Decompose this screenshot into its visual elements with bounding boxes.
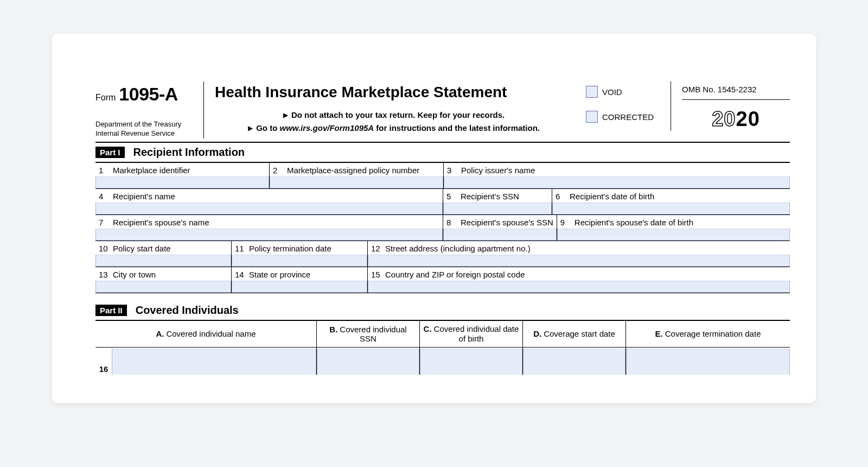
part1-badge: Part I bbox=[95, 147, 125, 158]
col-e: Coverage termination date bbox=[665, 329, 761, 338]
part1-title: Recipient Information bbox=[133, 146, 245, 159]
form-title: Health Insurance Marketplace Statement bbox=[215, 84, 573, 101]
row16-num: 16 bbox=[95, 348, 112, 375]
f4-value[interactable] bbox=[95, 203, 443, 214]
part2-columns: A.Covered individual name B.Covered indi… bbox=[95, 320, 790, 348]
f1-label: Marketplace identifier bbox=[113, 166, 190, 175]
part2-badge: Part II bbox=[95, 305, 127, 316]
f11-value[interactable] bbox=[232, 255, 367, 267]
col-d: Coverage start date bbox=[544, 329, 615, 338]
dept-line1: Department of the Treasury bbox=[95, 120, 198, 129]
f12-label: Street address (including apartment no.) bbox=[385, 244, 531, 253]
f14-value[interactable] bbox=[232, 281, 367, 293]
triangle-icon: ▶ bbox=[248, 124, 253, 132]
part2-title: Covered Individuals bbox=[136, 304, 239, 317]
omb-number: OMB No. 1545-2232 bbox=[682, 85, 790, 100]
f8-value[interactable] bbox=[443, 229, 557, 241]
instr-line1: Do not attach to your tax return. Keep f… bbox=[291, 110, 505, 119]
triangle-icon: ▶ bbox=[283, 111, 288, 119]
row16-a[interactable] bbox=[112, 349, 316, 375]
part1-header: Part I Recipient Information bbox=[95, 143, 790, 163]
dept-line2: Internal Revenue Service bbox=[95, 129, 198, 138]
tax-year: 2020 bbox=[682, 108, 790, 131]
f4-label: Recipient's name bbox=[113, 192, 175, 201]
f5-value[interactable] bbox=[443, 203, 552, 214]
f8-label: Recipient's spouse's SSN bbox=[461, 218, 553, 227]
row16-d[interactable] bbox=[523, 349, 626, 375]
row16-b[interactable] bbox=[317, 349, 419, 375]
f11-label: Policy termination date bbox=[249, 244, 331, 253]
void-label: VOID bbox=[602, 87, 622, 97]
row16-e[interactable] bbox=[626, 349, 790, 375]
corrected-label: CORRECTED bbox=[602, 112, 654, 122]
instr-link: www.irs.gov/Form1095A bbox=[279, 123, 374, 132]
f7-label: Recipient's spouse's name bbox=[113, 218, 209, 227]
part2-row-16: 16 bbox=[95, 348, 790, 375]
f2-value[interactable] bbox=[270, 176, 443, 188]
f12-value[interactable] bbox=[368, 255, 790, 267]
form-label: Form bbox=[95, 93, 116, 103]
f13-value[interactable] bbox=[95, 281, 231, 293]
form-card: Form 1095-A Department of the Treasury I… bbox=[52, 34, 816, 403]
f15-label: Country and ZIP or foreign postal code bbox=[385, 270, 525, 279]
f10-label: Policy start date bbox=[113, 244, 171, 253]
col-b: Covered individual SSN bbox=[340, 325, 406, 343]
f6-label: Recipient's date of birth bbox=[570, 192, 654, 201]
form-header: Form 1095-A Department of the Treasury I… bbox=[95, 81, 790, 143]
f2-label: Marketplace-assigned policy number bbox=[287, 166, 419, 175]
f5-label: Recipient's SSN bbox=[461, 192, 519, 201]
f15-value[interactable] bbox=[368, 281, 790, 293]
f3-value[interactable] bbox=[444, 176, 790, 188]
instr-line2-prefix: Go to bbox=[256, 123, 279, 132]
col-c: Covered individual date of birth bbox=[434, 324, 519, 343]
corrected-checkbox[interactable] bbox=[586, 111, 598, 123]
f3-label: Policy issuer's name bbox=[461, 166, 535, 175]
f6-value[interactable] bbox=[552, 203, 790, 214]
form-number: 1095-A bbox=[119, 84, 178, 105]
void-checkbox[interactable] bbox=[586, 86, 598, 98]
f7-value[interactable] bbox=[95, 229, 443, 241]
f1-value[interactable] bbox=[95, 176, 269, 188]
f9-label: Recipient's spouse's date of birth bbox=[575, 218, 693, 227]
instr-line2-suffix: for instructions and the latest informat… bbox=[374, 123, 540, 132]
row16-c[interactable] bbox=[420, 349, 522, 375]
col-a: Covered individual name bbox=[166, 329, 256, 338]
f14-label: State or province bbox=[249, 270, 310, 279]
f9-value[interactable] bbox=[557, 229, 790, 241]
f10-value[interactable] bbox=[95, 255, 231, 267]
part2-header: Part II Covered Individuals bbox=[95, 301, 790, 320]
f13-label: City or town bbox=[113, 270, 156, 279]
